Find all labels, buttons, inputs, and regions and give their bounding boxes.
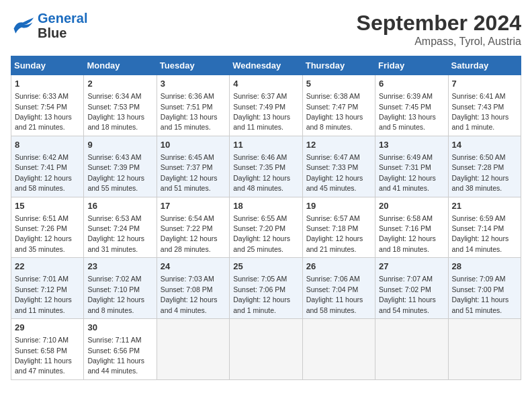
calendar-cell: 4 Sunrise: 6:37 AM Sunset: 7:49 PM Dayli…	[230, 75, 302, 136]
weekday-header-friday: Friday	[375, 56, 448, 75]
sunrise: Sunrise: 6:38 AM	[306, 92, 360, 100]
weekday-header-tuesday: Tuesday	[157, 56, 229, 75]
sunrise: Sunrise: 6:42 AM	[15, 153, 69, 161]
day-number: 23	[87, 261, 152, 273]
sunset: Sunset: 7:06 PM	[233, 285, 285, 293]
sunrise: Sunrise: 6:50 AM	[452, 153, 506, 161]
daylight: Daylight: 12 hours and 14 minutes.	[452, 234, 509, 253]
logo-general: General	[38, 11, 87, 26]
calendar-cell: 20 Sunrise: 6:58 AM Sunset: 7:16 PM Dayl…	[375, 197, 448, 258]
sunset: Sunset: 7:53 PM	[87, 103, 140, 111]
sunset: Sunset: 7:14 PM	[452, 224, 504, 232]
day-number: 9	[87, 139, 152, 151]
day-number: 12	[306, 139, 371, 151]
day-number: 26	[306, 261, 371, 273]
daylight: Daylight: 12 hours and 35 minutes.	[15, 234, 72, 253]
sunrise: Sunrise: 6:57 AM	[306, 214, 360, 222]
sunset: Sunset: 7:31 PM	[379, 163, 431, 171]
sunrise: Sunrise: 6:53 AM	[87, 214, 141, 222]
sunset: Sunset: 7:47 PM	[306, 103, 359, 111]
sunrise: Sunrise: 6:58 AM	[379, 214, 433, 222]
sunrise: Sunrise: 6:41 AM	[452, 92, 506, 100]
sunrise: Sunrise: 6:45 AM	[161, 153, 214, 161]
calendar-cell: 15 Sunrise: 6:51 AM Sunset: 7:26 PM Dayl…	[11, 197, 84, 258]
day-number: 21	[452, 200, 517, 212]
calendar-cell: 1 Sunrise: 6:33 AM Sunset: 7:54 PM Dayli…	[11, 75, 84, 136]
logo: General Blue	[11, 11, 87, 40]
sunset: Sunset: 7:41 PM	[15, 163, 67, 171]
sunset: Sunset: 7:24 PM	[87, 224, 140, 232]
calendar-cell: 30 Sunrise: 7:11 AM Sunset: 6:56 PM Dayl…	[84, 319, 157, 380]
sunset: Sunset: 6:56 PM	[87, 347, 140, 355]
sunset: Sunset: 7:02 PM	[379, 285, 431, 293]
day-number: 1	[15, 78, 80, 90]
day-number: 20	[379, 200, 444, 212]
sunrise: Sunrise: 6:47 AM	[306, 153, 360, 161]
sunrise: Sunrise: 6:36 AM	[161, 92, 214, 100]
page-header: General Blue September 2024 Ampass, Tyro…	[11, 11, 521, 48]
sunrise: Sunrise: 6:55 AM	[233, 214, 287, 222]
day-number: 27	[379, 261, 444, 273]
sunrise: Sunrise: 7:11 AM	[87, 336, 141, 344]
calendar-cell: 25 Sunrise: 7:05 AM Sunset: 7:06 PM Dayl…	[230, 258, 302, 319]
sunset: Sunset: 7:04 PM	[306, 285, 359, 293]
daylight: Daylight: 12 hours and 45 minutes.	[306, 174, 363, 192]
daylight: Daylight: 12 hours and 38 minutes.	[452, 174, 509, 192]
weekday-header-monday: Monday	[84, 56, 157, 75]
calendar-cell: 22 Sunrise: 7:01 AM Sunset: 7:12 PM Dayl…	[11, 258, 84, 319]
sunset: Sunset: 7:49 PM	[233, 103, 285, 111]
sunrise: Sunrise: 7:09 AM	[452, 275, 506, 283]
calendar-cell: 10 Sunrise: 6:45 AM Sunset: 7:37 PM Dayl…	[157, 136, 229, 197]
weekday-header-sunday: Sunday	[11, 56, 84, 75]
sunset: Sunset: 7:22 PM	[161, 224, 213, 232]
day-number: 13	[379, 139, 444, 151]
sunrise: Sunrise: 7:10 AM	[15, 336, 69, 344]
sunrise: Sunrise: 7:07 AM	[379, 275, 433, 283]
day-number: 22	[15, 261, 80, 273]
day-number: 30	[87, 322, 152, 334]
calendar-table: SundayMondayTuesdayWednesdayThursdayFrid…	[11, 56, 521, 380]
sunset: Sunset: 7:45 PM	[379, 103, 431, 111]
logo-icon	[11, 16, 35, 35]
daylight: Daylight: 12 hours and 8 minutes.	[87, 295, 144, 314]
calendar-cell: 27 Sunrise: 7:07 AM Sunset: 7:02 PM Dayl…	[375, 258, 448, 319]
daylight: Daylight: 11 hours and 44 minutes.	[87, 357, 144, 375]
sunset: Sunset: 7:33 PM	[306, 163, 359, 171]
day-number: 24	[161, 261, 226, 273]
daylight: Daylight: 12 hours and 21 minutes.	[306, 234, 363, 253]
daylight: Daylight: 12 hours and 41 minutes.	[379, 174, 436, 192]
calendar-cell	[230, 319, 302, 380]
daylight: Daylight: 11 hours and 47 minutes.	[15, 357, 72, 375]
day-number: 11	[233, 139, 298, 151]
location: Ampass, Tyrol, Austria	[357, 36, 521, 48]
daylight: Daylight: 12 hours and 48 minutes.	[233, 174, 290, 192]
calendar-cell: 13 Sunrise: 6:49 AM Sunset: 7:31 PM Dayl…	[375, 136, 448, 197]
sunrise: Sunrise: 7:03 AM	[161, 275, 214, 283]
daylight: Daylight: 11 hours and 54 minutes.	[379, 295, 436, 314]
sunset: Sunset: 7:20 PM	[233, 224, 285, 232]
sunrise: Sunrise: 6:43 AM	[87, 153, 141, 161]
sunrise: Sunrise: 6:34 AM	[87, 92, 141, 100]
day-number: 28	[452, 261, 517, 273]
day-number: 4	[233, 78, 298, 90]
calendar-cell	[157, 319, 229, 380]
sunset: Sunset: 7:51 PM	[161, 103, 213, 111]
daylight: Daylight: 13 hours and 5 minutes.	[379, 113, 436, 131]
calendar-cell	[375, 319, 448, 380]
sunset: Sunset: 7:28 PM	[452, 163, 504, 171]
daylight: Daylight: 13 hours and 1 minute.	[452, 113, 509, 131]
daylight: Daylight: 13 hours and 18 minutes.	[87, 113, 144, 131]
daylight: Daylight: 13 hours and 11 minutes.	[233, 113, 290, 131]
title-block: September 2024 Ampass, Tyrol, Austria	[357, 11, 521, 48]
daylight: Daylight: 12 hours and 1 minute.	[233, 295, 290, 314]
calendar-cell: 3 Sunrise: 6:36 AM Sunset: 7:51 PM Dayli…	[157, 75, 229, 136]
sunset: Sunset: 7:00 PM	[452, 285, 504, 293]
calendar-cell: 18 Sunrise: 6:55 AM Sunset: 7:20 PM Dayl…	[230, 197, 302, 258]
day-number: 5	[306, 78, 371, 90]
weekday-header-wednesday: Wednesday	[230, 56, 302, 75]
calendar-cell: 16 Sunrise: 6:53 AM Sunset: 7:24 PM Dayl…	[84, 197, 157, 258]
daylight: Daylight: 11 hours and 51 minutes.	[452, 295, 509, 314]
daylight: Daylight: 13 hours and 21 minutes.	[15, 113, 72, 131]
calendar-cell	[302, 319, 375, 380]
day-number: 2	[87, 78, 152, 90]
